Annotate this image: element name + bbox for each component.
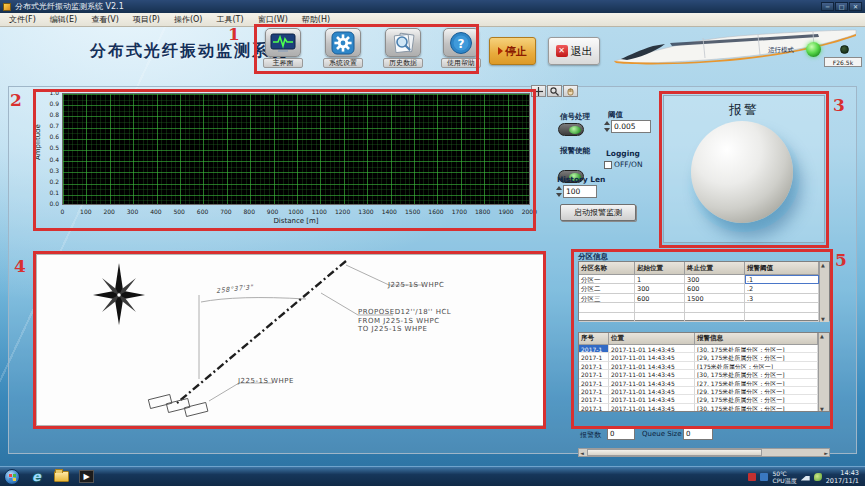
history-len-spinner[interactable] — [555, 185, 563, 198]
menu-item[interactable]: 查看(V) — [84, 13, 126, 27]
menu-item[interactable]: 帮助(H) — [295, 13, 337, 27]
log-cell-id[interactable]: 2017-1 — [579, 395, 609, 403]
cell-end[interactable]: 1500 — [685, 294, 745, 303]
queue-size-input[interactable]: 0 — [683, 428, 713, 440]
logging-checkbox[interactable] — [604, 161, 612, 169]
log-cell-message[interactable]: [29, 175米处所属分区：分区一] — [695, 387, 818, 395]
y-tick: 0.2 — [42, 179, 59, 185]
alarm-count-input[interactable]: 0 — [607, 428, 635, 440]
minimize-button[interactable]: ─ — [821, 2, 834, 11]
taskbar-ie-icon[interactable]: e — [28, 469, 45, 484]
menu-item[interactable]: 窗口(W) — [251, 13, 295, 27]
log-cell-id[interactable]: 2017-1 — [579, 345, 609, 353]
cell-start[interactable]: 300 — [635, 284, 685, 293]
history-len-value[interactable]: 100 — [563, 185, 597, 198]
taskbar-clock[interactable]: 14:432017/11/1 — [826, 469, 861, 485]
log-cell-time[interactable]: 2017-11-01 14:43:45 — [609, 345, 695, 353]
history-len-input[interactable]: 100 — [555, 185, 597, 198]
taskbar-folder-icon[interactable] — [53, 469, 70, 484]
maximize-button[interactable]: □ — [835, 2, 848, 11]
queue-size-label: Queue Size — [642, 430, 682, 438]
threshold-input[interactable]: 0.005 — [603, 120, 651, 133]
close-button[interactable]: ✕ — [849, 2, 862, 11]
cell-start[interactable] — [635, 313, 685, 322]
cell-start[interactable]: 600 — [635, 294, 685, 303]
cell-end[interactable]: 300 — [685, 275, 745, 284]
log-cell-time[interactable]: 2017-11-01 14:43:45 — [609, 379, 695, 387]
menu-item[interactable]: 项目(P) — [126, 13, 167, 27]
start-alarm-monitor-button[interactable]: 启动报警监测 — [560, 204, 636, 221]
help-button[interactable]: ? 使用帮助 — [441, 28, 481, 68]
alarm-log-vscrollbar[interactable] — [818, 333, 829, 412]
cell-start[interactable] — [635, 303, 685, 312]
log-cell-message[interactable]: [175米处所属分区：分区一] — [695, 362, 818, 370]
tray-badge-icon[interactable] — [760, 473, 768, 481]
cell-end[interactable] — [685, 303, 745, 312]
stop-button[interactable]: 停止 — [489, 37, 536, 65]
log-cell-time[interactable]: 2017-11-01 14:43:45 — [609, 387, 695, 395]
cell-name[interactable] — [579, 313, 635, 322]
log-cell-message[interactable]: [29, 175米处所属分区：分区一] — [695, 395, 818, 403]
train-image — [608, 28, 860, 70]
tray-utility-icon[interactable] — [814, 473, 822, 481]
menu-item[interactable]: 操作(O) — [167, 13, 210, 27]
exit-button[interactable]: ✕ 退出 — [548, 37, 600, 65]
column-header: 序号 — [579, 333, 609, 345]
cell-threshold[interactable]: .3 — [745, 294, 819, 303]
log-cell-id[interactable]: 2017-1 — [579, 370, 609, 378]
log-cell-message[interactable]: [30, 175米处所属分区：分区一] — [695, 370, 818, 378]
zoom-tool-button[interactable] — [547, 85, 562, 97]
cell-end[interactable]: 600 — [685, 284, 745, 293]
main-screen-button[interactable]: 主界面 — [263, 28, 303, 68]
log-cell-time[interactable]: 2017-11-01 14:43:45 — [609, 353, 695, 361]
log-cell-message[interactable]: [30, 175米处所属分区：分区一] — [695, 404, 818, 412]
cell-name[interactable]: 分区三 — [579, 294, 635, 303]
cell-threshold[interactable]: .1 — [745, 275, 819, 284]
history-data-button[interactable]: 历史数据 — [383, 28, 423, 68]
log-cell-id[interactable]: 2017-1 — [579, 362, 609, 370]
partition-table[interactable]: 分区名称 起始位置 终止位置 报警阈值 分区一 1 300 .1 分区二 300… — [578, 261, 830, 321]
column-header: 终止位置 — [685, 262, 745, 275]
log-cell-id[interactable]: 2017-1 — [579, 353, 609, 361]
log-cell-time[interactable]: 2017-11-01 14:43:45 — [609, 362, 695, 370]
threshold-value[interactable]: 0.005 — [611, 120, 651, 133]
menu-item[interactable]: 文件(F) — [2, 13, 43, 27]
cell-threshold[interactable] — [745, 303, 819, 312]
log-cell-time[interactable]: 2017-11-01 14:43:45 — [609, 370, 695, 378]
logging-checkbox-row[interactable]: OFF/ON — [604, 160, 643, 169]
log-cell-time[interactable]: 2017-11-01 14:43:45 — [609, 404, 695, 412]
cell-name[interactable] — [579, 303, 635, 312]
start-button[interactable] — [4, 469, 20, 485]
hand-icon — [566, 87, 575, 96]
cell-name[interactable]: 分区二 — [579, 284, 635, 293]
partition-table-vscrollbar[interactable] — [819, 262, 829, 322]
cursor-tool-button[interactable] — [531, 85, 546, 97]
waveform-plot[interactable] — [62, 93, 530, 205]
alarm-led-indicator — [840, 45, 849, 54]
log-cell-message[interactable]: [30, 175米处所属分区：分区一] — [695, 345, 818, 353]
threshold-spinner[interactable] — [603, 120, 611, 133]
alarm-title: 报警 — [663, 101, 825, 119]
menu-item[interactable]: 编辑(E) — [43, 13, 84, 27]
annotation-number-1: 1 — [228, 24, 240, 44]
cell-end[interactable] — [685, 313, 745, 322]
tray-network-icon[interactable] — [801, 473, 810, 481]
alarm-log-hscrollbar[interactable] — [578, 448, 830, 457]
signal-led[interactable] — [558, 123, 584, 136]
cell-threshold[interactable]: .2 — [745, 284, 819, 293]
log-cell-time[interactable]: 2017-11-01 14:43:45 — [609, 395, 695, 403]
cell-start[interactable]: 1 — [635, 275, 685, 284]
system-settings-button[interactable]: 系统设置 — [323, 28, 363, 68]
taskbar-labview-icon[interactable]: ▶ — [78, 469, 95, 484]
annotation-number-3: 3 — [833, 95, 845, 115]
log-cell-message[interactable]: [27, 175米处所属分区：分区一] — [695, 379, 818, 387]
alarm-log-table[interactable]: 序号 位置 报警信息 2017-1 2017-11-01 14:43:45 [3… — [578, 332, 830, 412]
log-cell-id[interactable]: 2017-1 — [579, 404, 609, 412]
log-cell-message[interactable]: [29, 175米处所属分区：分区一] — [695, 353, 818, 361]
log-cell-id[interactable]: 2017-1 — [579, 379, 609, 387]
log-cell-id[interactable]: 2017-1 — [579, 387, 609, 395]
cell-threshold[interactable] — [745, 313, 819, 322]
pan-tool-button[interactable] — [563, 85, 578, 97]
cell-name[interactable]: 分区一 — [579, 275, 635, 284]
tray-badge-icon[interactable] — [748, 473, 756, 481]
